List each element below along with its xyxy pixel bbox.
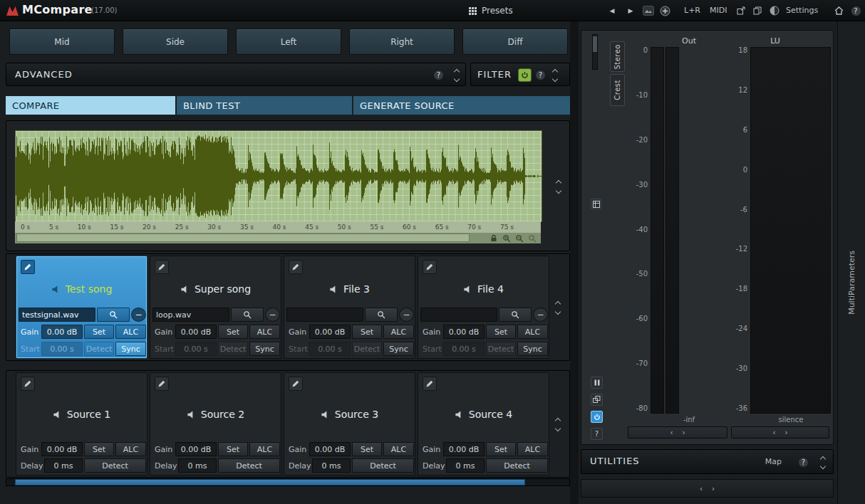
utilities-collapse-control[interactable] — [821, 457, 825, 468]
remove-file-button[interactable]: − — [533, 308, 548, 322]
gain-value[interactable]: 0.00 dB — [175, 442, 217, 456]
tab-blind-test[interactable]: BLIND TEST — [177, 96, 352, 115]
tab-compare[interactable]: COMPARE — [6, 96, 175, 115]
lu-meter-bar-area[interactable] — [750, 47, 831, 414]
start-value[interactable]: 0.00 s — [175, 342, 217, 356]
source-slot-3[interactable]: Source 3 Gain 0.00 dB Set ALC Delay 0 ms… — [284, 372, 415, 476]
remove-file-button[interactable]: − — [399, 308, 414, 322]
delay-value[interactable]: 0 ms — [446, 458, 485, 473]
detect-button[interactable]: Detect — [218, 458, 280, 473]
detect-button[interactable]: Detect — [84, 458, 146, 473]
detect-button[interactable]: Detect — [218, 342, 248, 356]
pause-icon[interactable] — [591, 377, 603, 389]
gain-set-button[interactable]: Set — [486, 442, 516, 456]
gain-value[interactable]: 0.00 dB — [309, 442, 351, 456]
meter-help-icon[interactable]: ? — [591, 428, 603, 440]
filter-power-button[interactable] — [518, 68, 532, 82]
gain-value[interactable]: 0.00 dB — [443, 325, 485, 339]
settings-button[interactable]: Settings — [786, 0, 818, 21]
advanced-help-icon[interactable]: ? — [433, 70, 444, 80]
sync-button[interactable]: Sync — [383, 342, 414, 356]
detect-button[interactable]: Detect — [486, 458, 548, 473]
alc-button[interactable]: ALC — [517, 325, 548, 339]
browse-file-button[interactable] — [97, 308, 130, 322]
gain-value[interactable]: 0.00 dB — [443, 442, 485, 456]
alc-button[interactable]: ALC — [383, 442, 414, 456]
midi-button[interactable]: MIDI — [710, 0, 727, 21]
filename-input[interactable] — [19, 308, 95, 322]
detect-button[interactable]: Detect — [84, 342, 114, 356]
waveform-scrollbar[interactable] — [15, 233, 541, 243]
file-slot-3[interactable]: File 3 − Gain 0.00 dB Set ALC Start 0.00… — [284, 256, 415, 359]
filter-collapse-control[interactable] — [553, 70, 557, 81]
sync-button[interactable]: Sync — [249, 342, 280, 356]
zoom-in-icon[interactable] — [501, 233, 512, 243]
meter-speed-slider[interactable] — [592, 34, 598, 70]
gain-value[interactable]: 0.00 dB — [175, 325, 217, 339]
utilities-bar[interactable]: UTILITIES Map ? — [581, 449, 834, 474]
map-button[interactable]: Map — [765, 457, 782, 466]
sync-button[interactable]: Sync — [115, 342, 146, 356]
filter-bar[interactable]: FILTER ? — [470, 63, 570, 86]
presets-button[interactable]: Presets — [469, 0, 513, 21]
lr-mode-button[interactable]: L+R — [684, 0, 700, 21]
edit-button[interactable] — [155, 260, 169, 274]
channel-button-diff[interactable]: Diff — [462, 28, 568, 55]
detect-button[interactable]: Detect — [352, 458, 414, 473]
file-slot-4[interactable]: File 4 − Gain 0.00 dB Set ALC Start 0.00… — [418, 256, 549, 359]
delay-value[interactable]: 0 ms — [44, 458, 83, 473]
channel-button-mid[interactable]: Mid — [9, 28, 115, 55]
style-icon[interactable] — [768, 0, 781, 21]
gain-set-button[interactable]: Set — [218, 325, 248, 339]
alc-button[interactable]: ALC — [249, 442, 280, 456]
channel-button-left[interactable]: Left — [236, 28, 341, 55]
alc-button[interactable]: ALC — [517, 442, 548, 456]
start-value[interactable]: 0.00 s — [309, 342, 351, 356]
alc-button[interactable]: ALC — [249, 325, 280, 339]
waveform-scrollbar-thumb[interactable] — [16, 233, 470, 242]
horizontal-scrollbar-thumb[interactable] — [15, 479, 525, 485]
delay-value[interactable]: 0 ms — [312, 458, 351, 473]
alc-button[interactable]: ALC — [383, 325, 414, 339]
tab-generate-source[interactable]: GENERATE SOURCE — [353, 96, 570, 115]
filename-input[interactable] — [152, 308, 229, 322]
copy-icon[interactable] — [752, 0, 763, 21]
utilities-help-icon[interactable]: ? — [798, 457, 809, 468]
meter-power-button[interactable] — [591, 411, 603, 423]
advanced-bar[interactable]: ADVANCED ? — [6, 63, 466, 86]
out-meter-bars[interactable] — [651, 47, 679, 414]
source-slot-1[interactable]: Source 1 Gain 0.00 dB Set ALC Delay 0 ms… — [16, 372, 147, 476]
channel-button-right[interactable]: Right — [349, 28, 455, 55]
detect-button[interactable]: Detect — [352, 342, 382, 356]
detect-button[interactable]: Detect — [486, 342, 516, 356]
previous-preset-button[interactable]: ◀ — [607, 0, 617, 21]
alc-button[interactable]: ALC — [115, 442, 146, 456]
filename-input[interactable] — [420, 308, 497, 322]
gain-set-button[interactable]: Set — [486, 325, 516, 339]
source-slot-2[interactable]: Source 2 Gain 0.00 dB Set ALC Delay 0 ms… — [150, 372, 281, 476]
horizontal-scrollbar[interactable] — [6, 478, 570, 486]
gain-set-button[interactable]: Set — [84, 325, 114, 339]
edit-button[interactable] — [155, 377, 169, 391]
home-icon[interactable] — [832, 0, 845, 21]
gain-set-button[interactable]: Set — [352, 442, 382, 456]
gain-value[interactable]: 0.00 dB — [41, 442, 83, 456]
gain-set-button[interactable]: Set — [352, 325, 382, 339]
gain-value[interactable]: 0.00 dB — [41, 325, 83, 339]
channel-button-side[interactable]: Side — [123, 28, 228, 55]
filename-input[interactable] — [286, 308, 363, 322]
add-icon[interactable] — [658, 0, 671, 21]
help-icon[interactable]: ? — [849, 0, 862, 21]
file-area-resize-handle[interactable] — [549, 254, 567, 362]
start-value[interactable]: 0.00 s — [443, 342, 485, 356]
source-area-resize-handle[interactable] — [549, 371, 567, 478]
edit-button[interactable] — [289, 260, 303, 274]
advanced-collapse-control[interactable] — [455, 70, 459, 81]
waveform-canvas[interactable] — [15, 130, 542, 222]
out-meter-range-slider[interactable]: ‹› — [628, 426, 727, 439]
snapshot-icon[interactable] — [641, 0, 656, 21]
lu-meter-range-slider[interactable]: ‹› — [731, 426, 829, 439]
waveform-resize-handle[interactable] — [549, 121, 568, 252]
multiparameters-strip[interactable]: MultiParameters — [837, 21, 865, 504]
sync-button[interactable]: Sync — [517, 342, 548, 356]
